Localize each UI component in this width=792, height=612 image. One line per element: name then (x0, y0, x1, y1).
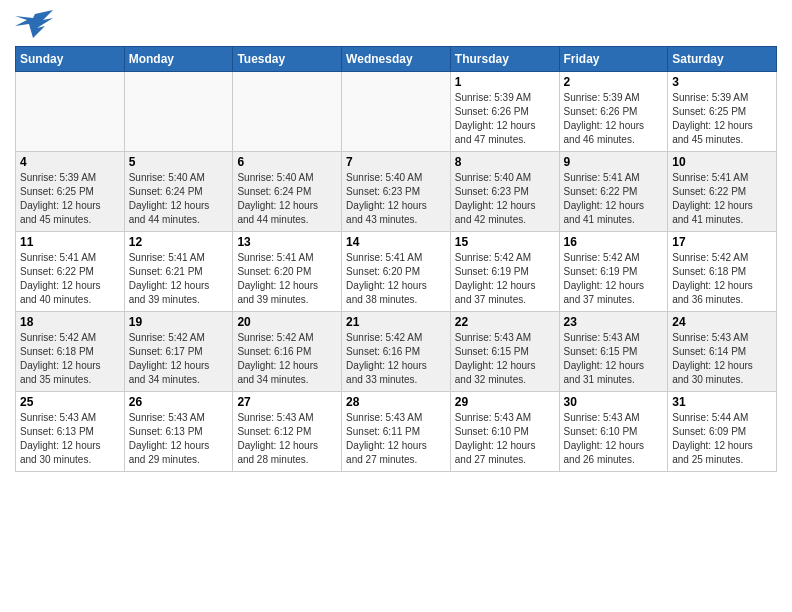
weekday-header-friday: Friday (559, 47, 668, 72)
calendar-cell: 18Sunrise: 5:42 AMSunset: 6:18 PMDayligh… (16, 312, 125, 392)
day-info: Sunrise: 5:42 AMSunset: 6:16 PMDaylight:… (346, 331, 446, 387)
day-info: Sunrise: 5:39 AMSunset: 6:25 PMDaylight:… (20, 171, 120, 227)
calendar-cell: 7Sunrise: 5:40 AMSunset: 6:23 PMDaylight… (342, 152, 451, 232)
calendar-cell: 30Sunrise: 5:43 AMSunset: 6:10 PMDayligh… (559, 392, 668, 472)
calendar-cell: 23Sunrise: 5:43 AMSunset: 6:15 PMDayligh… (559, 312, 668, 392)
calendar-cell: 26Sunrise: 5:43 AMSunset: 6:13 PMDayligh… (124, 392, 233, 472)
logo-bird-icon (15, 10, 53, 38)
day-info: Sunrise: 5:41 AMSunset: 6:20 PMDaylight:… (237, 251, 337, 307)
day-number: 25 (20, 395, 120, 409)
day-info: Sunrise: 5:42 AMSunset: 6:19 PMDaylight:… (564, 251, 664, 307)
day-number: 27 (237, 395, 337, 409)
calendar-cell: 10Sunrise: 5:41 AMSunset: 6:22 PMDayligh… (668, 152, 777, 232)
day-info: Sunrise: 5:41 AMSunset: 6:22 PMDaylight:… (20, 251, 120, 307)
calendar-cell: 11Sunrise: 5:41 AMSunset: 6:22 PMDayligh… (16, 232, 125, 312)
day-info: Sunrise: 5:39 AMSunset: 6:26 PMDaylight:… (564, 91, 664, 147)
weekday-header-saturday: Saturday (668, 47, 777, 72)
calendar-cell: 24Sunrise: 5:43 AMSunset: 6:14 PMDayligh… (668, 312, 777, 392)
day-number: 16 (564, 235, 664, 249)
day-info: Sunrise: 5:40 AMSunset: 6:24 PMDaylight:… (237, 171, 337, 227)
weekday-header-wednesday: Wednesday (342, 47, 451, 72)
day-number: 11 (20, 235, 120, 249)
day-number: 8 (455, 155, 555, 169)
page-container: SundayMondayTuesdayWednesdayThursdayFrid… (0, 0, 792, 482)
day-number: 22 (455, 315, 555, 329)
calendar-week-2: 4Sunrise: 5:39 AMSunset: 6:25 PMDaylight… (16, 152, 777, 232)
calendar-week-5: 25Sunrise: 5:43 AMSunset: 6:13 PMDayligh… (16, 392, 777, 472)
day-number: 6 (237, 155, 337, 169)
day-info: Sunrise: 5:41 AMSunset: 6:20 PMDaylight:… (346, 251, 446, 307)
day-number: 20 (237, 315, 337, 329)
day-number: 10 (672, 155, 772, 169)
day-info: Sunrise: 5:43 AMSunset: 6:11 PMDaylight:… (346, 411, 446, 467)
calendar-cell: 6Sunrise: 5:40 AMSunset: 6:24 PMDaylight… (233, 152, 342, 232)
day-info: Sunrise: 5:44 AMSunset: 6:09 PMDaylight:… (672, 411, 772, 467)
day-number: 9 (564, 155, 664, 169)
day-number: 4 (20, 155, 120, 169)
calendar-cell: 2Sunrise: 5:39 AMSunset: 6:26 PMDaylight… (559, 72, 668, 152)
calendar-cell: 29Sunrise: 5:43 AMSunset: 6:10 PMDayligh… (450, 392, 559, 472)
day-info: Sunrise: 5:43 AMSunset: 6:13 PMDaylight:… (20, 411, 120, 467)
calendar-week-4: 18Sunrise: 5:42 AMSunset: 6:18 PMDayligh… (16, 312, 777, 392)
calendar-cell: 21Sunrise: 5:42 AMSunset: 6:16 PMDayligh… (342, 312, 451, 392)
day-number: 15 (455, 235, 555, 249)
calendar-week-1: 1Sunrise: 5:39 AMSunset: 6:26 PMDaylight… (16, 72, 777, 152)
day-number: 7 (346, 155, 446, 169)
day-info: Sunrise: 5:40 AMSunset: 6:23 PMDaylight:… (455, 171, 555, 227)
day-info: Sunrise: 5:43 AMSunset: 6:15 PMDaylight:… (564, 331, 664, 387)
day-number: 18 (20, 315, 120, 329)
day-number: 13 (237, 235, 337, 249)
day-info: Sunrise: 5:42 AMSunset: 6:19 PMDaylight:… (455, 251, 555, 307)
day-number: 14 (346, 235, 446, 249)
day-info: Sunrise: 5:39 AMSunset: 6:25 PMDaylight:… (672, 91, 772, 147)
weekday-header-monday: Monday (124, 47, 233, 72)
day-info: Sunrise: 5:41 AMSunset: 6:22 PMDaylight:… (564, 171, 664, 227)
logo-line (15, 10, 53, 38)
day-number: 3 (672, 75, 772, 89)
calendar-cell: 14Sunrise: 5:41 AMSunset: 6:20 PMDayligh… (342, 232, 451, 312)
page-header (15, 10, 777, 38)
calendar-cell: 5Sunrise: 5:40 AMSunset: 6:24 PMDaylight… (124, 152, 233, 232)
day-info: Sunrise: 5:43 AMSunset: 6:10 PMDaylight:… (564, 411, 664, 467)
calendar-cell: 4Sunrise: 5:39 AMSunset: 6:25 PMDaylight… (16, 152, 125, 232)
day-number: 1 (455, 75, 555, 89)
calendar-cell: 31Sunrise: 5:44 AMSunset: 6:09 PMDayligh… (668, 392, 777, 472)
day-number: 19 (129, 315, 229, 329)
calendar-cell (124, 72, 233, 152)
day-info: Sunrise: 5:43 AMSunset: 6:12 PMDaylight:… (237, 411, 337, 467)
day-info: Sunrise: 5:42 AMSunset: 6:16 PMDaylight:… (237, 331, 337, 387)
day-number: 17 (672, 235, 772, 249)
weekday-header-row: SundayMondayTuesdayWednesdayThursdayFrid… (16, 47, 777, 72)
day-info: Sunrise: 5:40 AMSunset: 6:23 PMDaylight:… (346, 171, 446, 227)
calendar-cell: 28Sunrise: 5:43 AMSunset: 6:11 PMDayligh… (342, 392, 451, 472)
day-info: Sunrise: 5:43 AMSunset: 6:13 PMDaylight:… (129, 411, 229, 467)
weekday-header-thursday: Thursday (450, 47, 559, 72)
calendar-cell: 12Sunrise: 5:41 AMSunset: 6:21 PMDayligh… (124, 232, 233, 312)
day-info: Sunrise: 5:42 AMSunset: 6:18 PMDaylight:… (20, 331, 120, 387)
svg-marker-0 (15, 10, 53, 38)
day-number: 5 (129, 155, 229, 169)
logo (15, 10, 53, 38)
calendar-cell: 20Sunrise: 5:42 AMSunset: 6:16 PMDayligh… (233, 312, 342, 392)
calendar-cell: 27Sunrise: 5:43 AMSunset: 6:12 PMDayligh… (233, 392, 342, 472)
calendar-cell (342, 72, 451, 152)
calendar-table: SundayMondayTuesdayWednesdayThursdayFrid… (15, 46, 777, 472)
day-number: 21 (346, 315, 446, 329)
day-info: Sunrise: 5:43 AMSunset: 6:15 PMDaylight:… (455, 331, 555, 387)
day-info: Sunrise: 5:39 AMSunset: 6:26 PMDaylight:… (455, 91, 555, 147)
day-number: 28 (346, 395, 446, 409)
day-info: Sunrise: 5:42 AMSunset: 6:17 PMDaylight:… (129, 331, 229, 387)
day-info: Sunrise: 5:43 AMSunset: 6:14 PMDaylight:… (672, 331, 772, 387)
calendar-cell: 9Sunrise: 5:41 AMSunset: 6:22 PMDaylight… (559, 152, 668, 232)
calendar-cell: 19Sunrise: 5:42 AMSunset: 6:17 PMDayligh… (124, 312, 233, 392)
weekday-header-sunday: Sunday (16, 47, 125, 72)
day-number: 26 (129, 395, 229, 409)
calendar-body: 1Sunrise: 5:39 AMSunset: 6:26 PMDaylight… (16, 72, 777, 472)
day-number: 12 (129, 235, 229, 249)
day-number: 2 (564, 75, 664, 89)
day-info: Sunrise: 5:42 AMSunset: 6:18 PMDaylight:… (672, 251, 772, 307)
calendar-cell (16, 72, 125, 152)
day-number: 23 (564, 315, 664, 329)
day-info: Sunrise: 5:41 AMSunset: 6:22 PMDaylight:… (672, 171, 772, 227)
calendar-cell: 22Sunrise: 5:43 AMSunset: 6:15 PMDayligh… (450, 312, 559, 392)
